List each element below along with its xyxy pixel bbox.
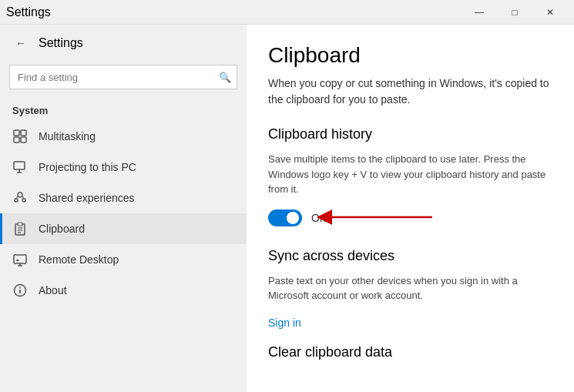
close-button[interactable]: ✕ xyxy=(532,0,568,25)
svg-point-23 xyxy=(19,287,21,289)
sidebar-item-clipboard[interactable]: Clipboard xyxy=(0,213,247,244)
sidebar-item-shared-experiences[interactable]: Shared experiences xyxy=(0,183,247,213)
page-title: Clipboard xyxy=(268,43,552,68)
history-section-title: Clipboard history xyxy=(268,126,552,142)
clipboard-icon xyxy=(12,221,28,236)
red-arrow-annotation xyxy=(313,203,436,231)
svg-point-9 xyxy=(22,199,25,202)
svg-rect-2 xyxy=(14,137,19,142)
svg-rect-4 xyxy=(14,162,25,169)
sidebar-section-label: System xyxy=(0,99,247,121)
projecting-label: Projecting to this PC xyxy=(39,161,136,173)
sync-section-desc: Paste text on your other devices when yo… xyxy=(268,273,552,303)
minimize-button[interactable]: — xyxy=(462,0,497,25)
clipboard-label: Clipboard xyxy=(39,223,85,235)
svg-rect-1 xyxy=(21,130,26,136)
main-layout: ← Settings 🔍 System Multitasking xyxy=(0,25,574,392)
svg-rect-17 xyxy=(14,255,26,263)
svg-point-8 xyxy=(15,199,18,202)
about-label: About xyxy=(39,284,67,297)
maximize-button[interactable]: □ xyxy=(497,0,532,25)
clipboard-history-toggle[interactable] xyxy=(268,209,302,226)
sidebar-item-multitasking[interactable]: Multitasking xyxy=(0,121,247,152)
title-bar-left: Settings xyxy=(6,5,51,19)
shared-experiences-label: Shared experiences xyxy=(39,192,135,204)
remote-desktop-icon xyxy=(12,252,28,267)
content-area: Clipboard When you copy or cut something… xyxy=(247,25,574,392)
sidebar-item-about[interactable]: About xyxy=(0,275,247,306)
page-description: When you copy or cut something in Window… xyxy=(268,75,552,108)
sign-in-link[interactable]: Sign in xyxy=(268,317,301,329)
multitasking-icon xyxy=(12,129,28,144)
clipboard-history-toggle-row: On xyxy=(268,209,552,226)
sidebar-header: ← Settings xyxy=(0,25,247,62)
projecting-icon xyxy=(12,159,28,175)
sync-section-title: Sync across devices xyxy=(268,248,552,264)
sidebar: ← Settings 🔍 System Multitasking xyxy=(0,25,247,392)
clear-section-title: Clear clipboard data xyxy=(268,344,552,360)
search-icon: 🔍 xyxy=(219,72,231,83)
remote-desktop-label: Remote Desktop xyxy=(39,253,119,266)
about-icon xyxy=(12,283,28,298)
sidebar-item-remote-desktop[interactable]: Remote Desktop xyxy=(0,244,247,275)
svg-rect-0 xyxy=(14,130,19,136)
multitasking-label: Multitasking xyxy=(39,130,96,142)
toggle-thumb xyxy=(287,212,299,224)
title-bar-title: Settings xyxy=(6,5,51,19)
sidebar-item-projecting[interactable]: Projecting to this PC xyxy=(0,152,247,183)
search-input[interactable] xyxy=(9,65,237,89)
history-section-desc: Save multiple items to the clipboard to … xyxy=(268,152,552,197)
back-button[interactable]: ← xyxy=(12,34,29,52)
svg-rect-13 xyxy=(18,223,22,226)
search-box: 🔍 xyxy=(9,65,237,89)
sidebar-app-title: Settings xyxy=(39,36,83,50)
svg-rect-3 xyxy=(21,137,26,142)
svg-line-11 xyxy=(22,196,24,199)
svg-line-10 xyxy=(16,196,18,199)
title-bar-controls: — □ ✕ xyxy=(462,0,568,25)
title-bar: Settings — □ ✕ xyxy=(0,0,574,25)
svg-point-7 xyxy=(18,193,22,197)
shared-experiences-icon xyxy=(12,190,28,206)
